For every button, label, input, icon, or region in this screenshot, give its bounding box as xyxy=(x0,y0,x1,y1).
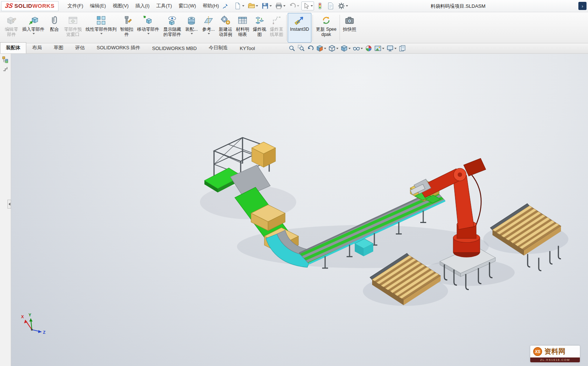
print-icon xyxy=(275,2,283,10)
display-style-icon[interactable] xyxy=(340,44,351,52)
ribbon-component-preview[interactable]: 零部件预览窗口 xyxy=(62,13,84,43)
feature-manager-flyout-arrow[interactable] xyxy=(7,200,11,209)
menu-insert[interactable]: 插入(I) xyxy=(132,1,152,11)
file-properties-icon xyxy=(327,2,334,10)
menu-help[interactable]: 帮助(H) xyxy=(200,1,222,11)
tab-today-mfg[interactable]: 今日制造 xyxy=(203,42,234,53)
motion-study-icon xyxy=(220,15,231,26)
tab-evaluate[interactable]: 评估 xyxy=(69,42,91,53)
triad-y-label: Y xyxy=(29,313,31,317)
view-orientation-icon[interactable] xyxy=(328,44,339,52)
ribbon-exploded-view[interactable]: 爆炸视图 xyxy=(251,13,268,43)
ribbon-reference-geometry[interactable]: 参考... xyxy=(200,13,217,43)
open-button[interactable] xyxy=(247,1,259,10)
mate-icon xyxy=(49,15,60,26)
undo-icon xyxy=(289,2,296,10)
select-cursor-icon xyxy=(303,2,310,10)
open-icon xyxy=(248,2,255,10)
ribbon-linear-component-pattern[interactable]: 线性零部件阵列 xyxy=(84,13,118,43)
ribbon-bill-of-materials[interactable]: 材料明细表 xyxy=(234,13,251,43)
triad-x-label: X xyxy=(21,315,24,319)
orientation-triad: X Y Z xyxy=(21,313,46,335)
new-document-button[interactable] xyxy=(233,1,245,10)
graphics-area[interactable]: X Y Z XS 资料网 ZL.XS1616.COM xyxy=(11,54,588,366)
pin-menu-icon[interactable] xyxy=(223,3,228,9)
ribbon-new-motion-study[interactable]: 新建运动算例 xyxy=(217,13,234,43)
ribbon-insert-components[interactable]: 插入零部件 xyxy=(20,13,47,43)
tab-mbd[interactable]: SOLIDWORKS MBD xyxy=(146,43,203,53)
command-manager-ribbon: 编辑零部件 插入零部件 配合 零部件预览窗口 线性零部件阵列 智能扣件 移动零部… xyxy=(0,12,588,43)
new-document-icon xyxy=(234,2,241,10)
undo-button[interactable] xyxy=(288,1,300,10)
show-hidden-components-icon xyxy=(167,15,177,26)
dropdown-caret xyxy=(191,33,193,34)
tab-sketch[interactable]: 草图 xyxy=(48,42,69,53)
section-view-icon[interactable] xyxy=(316,44,327,52)
menu-view[interactable]: 视图(V) xyxy=(110,1,131,11)
ribbon-smart-fasteners[interactable]: 智能扣件 xyxy=(118,13,135,43)
main-area: X Y Z XS 资料网 ZL.XS1616.COM xyxy=(0,54,588,366)
component-preview-icon xyxy=(68,15,78,26)
feature-manager-strip xyxy=(0,54,11,366)
watermark: XS 资料网 ZL.XS1616.COM xyxy=(530,346,580,362)
menu-edit[interactable]: 编辑(E) xyxy=(87,1,109,11)
view-settings-icon[interactable] xyxy=(386,44,397,52)
bag-on-tower[interactable] xyxy=(252,142,275,167)
dropdown-caret xyxy=(100,33,103,34)
dassault-mark-icon: 3S xyxy=(4,2,13,10)
edit-component-icon xyxy=(6,15,17,26)
ribbon-instant3d[interactable]: Instant3D xyxy=(288,13,311,43)
solidworks-window: 3S SOLIDWORKS 文件(F) 编辑(E) 视图(V) 插入(I) 工具… xyxy=(0,0,588,366)
watermark-title: 资料网 xyxy=(544,347,565,356)
snapshot-icon xyxy=(344,15,355,26)
options-button[interactable] xyxy=(337,1,349,10)
zoom-area-icon[interactable] xyxy=(297,44,305,52)
display-pane-icon[interactable] xyxy=(2,66,9,72)
options-gear-icon xyxy=(338,2,345,10)
ribbon-update-speedpak[interactable]: 更新 Speedpak xyxy=(314,13,338,43)
smart-fasteners-icon xyxy=(121,15,132,26)
tab-layout[interactable]: 布局 xyxy=(26,42,48,53)
tab-addins[interactable]: SOLIDWORKS 插件 xyxy=(91,42,146,53)
tab-kytool[interactable]: KYTool xyxy=(234,43,261,53)
insert-component-icon xyxy=(28,15,39,26)
select-tool-button[interactable] xyxy=(301,1,314,10)
ribbon-take-snapshot[interactable]: 拍快照 xyxy=(341,13,358,43)
previous-view-icon[interactable] xyxy=(307,44,314,52)
zoom-fit-icon[interactable] xyxy=(288,44,296,52)
rebuild-button[interactable] xyxy=(315,1,325,10)
save-button[interactable] xyxy=(260,1,273,10)
solidworks-logo: 3S SOLIDWORKS xyxy=(1,1,59,11)
menu-tools[interactable]: 工具(T) xyxy=(153,1,175,11)
watermark-subtitle: ZL.XS1616.COM xyxy=(530,357,580,362)
command-tab-bar: 装配体 布局 草图 评估 SOLIDWORKS 插件 SOLIDWORKS MB… xyxy=(0,43,588,54)
title-bar: 3S SOLIDWORKS 文件(F) 编辑(E) 视图(V) 插入(I) 工具… xyxy=(0,0,588,12)
tab-assembly[interactable]: 装配体 xyxy=(0,42,26,53)
apply-scene-icon[interactable] xyxy=(374,44,385,52)
menu-bar: 文件(F) 编辑(E) 视图(V) 插入(I) 工具(T) 窗口(W) 帮助(H… xyxy=(64,1,222,11)
save-icon xyxy=(261,2,269,10)
ribbon-edit-component[interactable]: 编辑零部件 xyxy=(3,13,20,43)
ribbon-assembly-features[interactable]: 装配... xyxy=(183,13,200,43)
linear-pattern-icon xyxy=(96,15,106,26)
move-component-icon xyxy=(143,15,153,26)
task-pane-toggle[interactable]: › xyxy=(578,2,587,10)
print-button[interactable] xyxy=(274,1,287,10)
ribbon-move-component[interactable]: 移动零部件 xyxy=(135,13,161,43)
file-properties-button[interactable] xyxy=(326,1,335,10)
bill-of-materials-icon xyxy=(237,15,248,26)
ribbon-explode-line-sketch[interactable]: 爆炸直线草图 xyxy=(268,13,285,43)
ribbon-show-hidden-components[interactable]: 显示隐藏的零部件 xyxy=(161,13,183,43)
dropdown-caret xyxy=(33,33,35,34)
ribbon-mate[interactable]: 配合 xyxy=(47,13,62,43)
menu-window[interactable]: 窗口(W) xyxy=(176,1,199,11)
edit-appearance-icon[interactable] xyxy=(365,44,372,52)
watermark-logo: XS xyxy=(533,347,542,356)
ribbon-separator xyxy=(286,15,287,41)
heads-up-view-toolbar xyxy=(288,44,406,52)
pallet-right[interactable] xyxy=(490,203,561,270)
feature-tree-icon[interactable] xyxy=(2,56,9,63)
hide-show-items-icon[interactable] xyxy=(353,44,363,52)
menu-file[interactable]: 文件(F) xyxy=(64,1,86,11)
three-d-views-icon[interactable] xyxy=(398,44,406,52)
